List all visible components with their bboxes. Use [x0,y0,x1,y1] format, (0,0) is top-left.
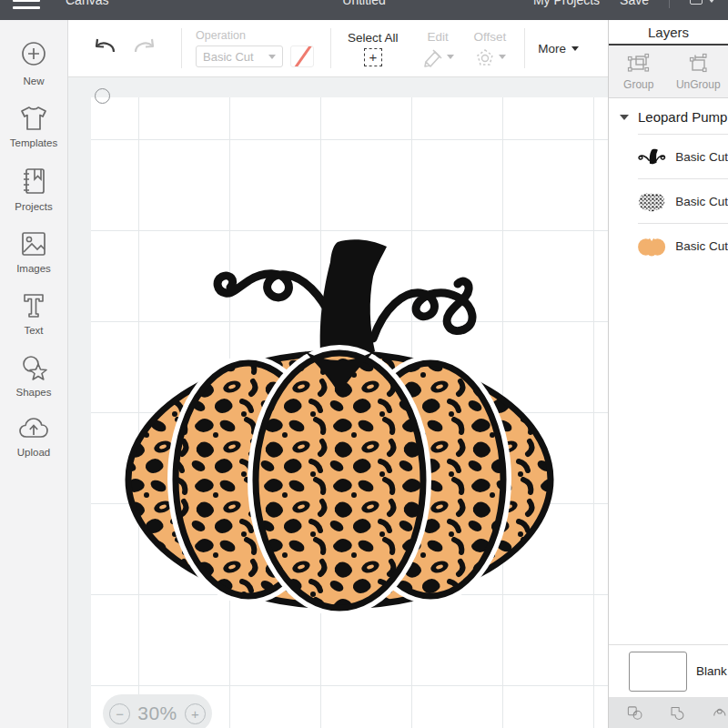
ungroup-button[interactable]: UnGroup [669,46,728,97]
group-button[interactable]: Group [609,46,669,97]
attach-icon[interactable] [712,703,728,723]
mat-label: Blank Canvas [696,664,728,678]
more-label: More [538,42,566,56]
save-button[interactable]: Save [620,0,649,7]
edit-button[interactable]: Edit [422,30,454,67]
sidebar-item-label: Images [16,263,51,274]
redo-arrow-icon [132,35,159,58]
operation-label: Operation [196,29,246,42]
leopard-print-layer-thumbnail [636,186,667,217]
weld-icon[interactable] [670,703,686,723]
operation-value: Basic Cut [203,50,254,64]
layer-label: Basic Cut [675,195,728,208]
sidebar-item-label: Projects [15,201,53,212]
layer-group-title: Leopard Pumpkin [638,109,728,125]
pencil-edit-icon [422,47,444,67]
edit-label: Edit [427,30,448,44]
blank-canvas-swatch [629,652,687,692]
edit-toolbar: Operation Basic Cut Select All + Edit [68,20,608,77]
zoom-control: − 30% + [103,694,212,728]
my-projects-link[interactable]: My Projects [533,0,600,7]
leopard-pumpkin-artwork[interactable] [120,237,557,614]
tshirt-icon [17,104,50,133]
layers-tab[interactable]: Layers [609,20,728,46]
chevron-down-icon [499,55,506,59]
toolbar-divider [524,28,525,68]
chevron-down-icon [708,0,715,3]
cricut-design-space-app: Canvas Untitled My Projects Save New [0,0,728,728]
zoom-in-button[interactable]: + [185,703,206,724]
redo-button[interactable] [125,35,167,62]
select-all-icon: + [364,48,382,66]
machine-selector[interactable] [690,0,715,5]
slice-icon[interactable] [627,703,643,723]
toolbar-divider [330,28,331,68]
sidebar-item-label: Text [24,325,43,336]
layers-panel: Layers Group [608,20,728,728]
layer-row-stem[interactable]: Basic Cut [609,135,728,178]
undo-arrow-icon [90,35,117,58]
letter-t-icon [18,291,49,320]
photo-icon [18,229,49,258]
chevron-down-icon [268,55,276,59]
layer-row-leopard-print[interactable]: Basic Cut [609,179,728,223]
sidebar-item-text[interactable]: Text [18,291,49,336]
zoom-out-button[interactable]: − [109,703,130,724]
orange-pumpkin-layer-thumbnail [636,230,667,261]
chevron-down-icon [571,46,579,51]
sidebar-item-shapes[interactable]: Shapes [15,353,51,398]
sidebar-item-label: New [23,76,44,86]
offset-shape-icon [474,47,496,67]
nav-canvas-link[interactable]: Canvas [66,0,108,7]
notebook-icon [18,166,49,197]
layer-row-orange-pumpkin[interactable]: Basic Cut [609,224,728,268]
sidebar-item-new[interactable]: New [18,40,49,86]
offset-button[interactable]: Offset [474,30,507,67]
operation-select[interactable]: Basic Cut [196,46,283,67]
pumpkin-stem [320,239,387,363]
pumpkin-body [128,345,551,614]
canvas-area: − 30% + [68,77,608,728]
shapes-icon [18,353,49,382]
left-sidebar: New Templates Projects Images [0,20,68,728]
mat-preview-row[interactable]: Blank Canvas [609,644,728,697]
top-bar: Canvas Untitled My Projects Save [0,0,728,20]
undo-button[interactable] [83,35,125,62]
layer-label: Basic Cut [675,150,728,164]
chevron-down-icon [447,55,454,59]
collapse-caret-icon [620,115,629,120]
layer-group-row[interactable]: Leopard Pumpkin [609,98,728,134]
hamburger-menu-icon[interactable] [13,0,40,9]
more-button[interactable]: More [538,42,579,56]
select-all-label: Select All [348,31,399,45]
zoom-level: 30% [137,703,177,724]
material-color-swatch[interactable] [290,46,314,67]
sidebar-item-label: Templates [10,137,57,148]
canvas-corner-icon [95,88,110,104]
offset-label: Offset [474,30,507,44]
sidebar-item-templates[interactable]: Templates [10,104,57,148]
ungroup-label: UnGroup [676,78,721,91]
layers-list: Leopard Pumpkin Basic Cut [609,98,728,644]
sidebar-item-label: Shapes [15,387,51,398]
group-label: Group [623,78,653,91]
sidebar-item-images[interactable]: Images [16,229,51,274]
toolbar-divider [181,28,182,68]
stem-layer-thumbnail [636,144,667,169]
topbar-divider [669,0,670,8]
plus-circle-icon [18,40,49,71]
select-all-button[interactable]: Select All + [348,31,399,66]
group-icon [626,53,652,75]
sidebar-item-upload[interactable]: Upload [17,415,50,458]
cloud-upload-icon [17,415,50,442]
machine-icon [690,0,703,5]
sidebar-item-label: Upload [17,447,50,458]
layer-label: Basic Cut [675,239,728,253]
sidebar-item-projects[interactable]: Projects [15,166,53,212]
ungroup-icon [685,53,711,75]
layer-actions-bar [609,697,728,728]
